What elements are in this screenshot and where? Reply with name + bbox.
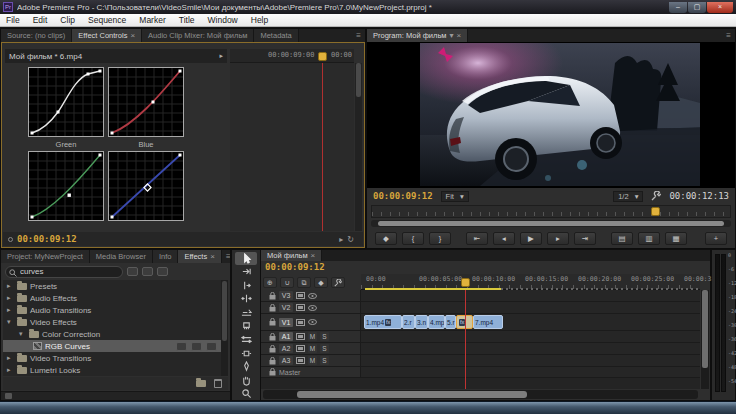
timeline-vertical-scrollbar[interactable] (701, 290, 709, 389)
track-name-a2[interactable]: A2 (279, 344, 293, 353)
dropdown-icon[interactable]: ▾ (450, 31, 454, 40)
rolling-edit-tool[interactable] (235, 293, 257, 306)
timeline-settings-wrench-icon[interactable] (331, 277, 345, 288)
solo-button[interactable]: S (320, 344, 329, 353)
twisty-icon[interactable] (7, 294, 14, 302)
track-a1-body[interactable] (361, 331, 700, 342)
tab-info[interactable]: Info (153, 250, 179, 263)
track-name-master[interactable]: Master (279, 369, 300, 376)
track-v1-body[interactable]: 1.mp4fx 2.r 3.n 4.mp 5.r fx 7.mp4 (361, 314, 700, 330)
green-curve-graph[interactable] (28, 151, 104, 221)
track-a2-body[interactable] (361, 343, 700, 354)
add-marker-icon[interactable]: ◆ (314, 277, 328, 288)
clip-5[interactable]: 5.r (445, 315, 456, 329)
extract-button[interactable]: ▥ (638, 232, 660, 245)
nest-sequence-icon[interactable]: ⊕ (263, 277, 277, 288)
sync-lock-icon[interactable] (296, 319, 305, 326)
lock-icon[interactable] (269, 333, 276, 341)
step-back-button[interactable]: ◂ (493, 232, 515, 245)
slip-tool[interactable] (235, 333, 257, 346)
tab-effects[interactable]: Effects× (178, 250, 221, 263)
program-playhead-marker[interactable] (651, 207, 660, 216)
tree-item-video-effects[interactable]: Video Effects (3, 316, 221, 328)
master-curve-graph[interactable] (28, 67, 104, 137)
add-marker-button[interactable]: ◆ (375, 232, 397, 245)
twisty-icon[interactable] (7, 318, 14, 326)
close-icon[interactable]: × (210, 252, 215, 261)
selection-tool[interactable] (235, 252, 257, 265)
mark-in-button[interactable]: { (402, 232, 424, 245)
sync-lock-icon[interactable] (296, 345, 305, 352)
zoom-tool[interactable] (235, 387, 257, 400)
close-icon[interactable]: × (130, 31, 135, 40)
clip-2[interactable]: 2.r (402, 315, 415, 329)
track-master-body[interactable] (361, 367, 700, 377)
menu-title[interactable]: Title (179, 15, 195, 25)
mark-out-button[interactable]: } (429, 232, 451, 245)
tab-sequence[interactable]: Мой фильм× (261, 250, 322, 261)
effect-keyframe-lane[interactable] (230, 63, 354, 231)
tree-item-color-correction[interactable]: Color Correction (3, 328, 221, 340)
mute-button[interactable]: M (308, 332, 317, 341)
blue-curve-graph[interactable] (108, 151, 184, 221)
step-forward-button[interactable]: ▸ (547, 232, 569, 245)
track-name-v1[interactable]: V1 (279, 318, 293, 327)
playback-loop-icons[interactable]: ▸↻ (339, 235, 358, 244)
track-a3-body[interactable] (361, 355, 700, 366)
slide-tool[interactable] (235, 347, 257, 360)
track-name-a1[interactable]: A1 (279, 332, 293, 341)
resolution-select[interactable]: 1/2▾ (613, 191, 643, 202)
tree-item-audio-effects[interactable]: Audio Effects (3, 292, 221, 304)
panel-divider[interactable] (0, 248, 736, 249)
menu-marker[interactable]: Marker (139, 15, 165, 25)
twisty-icon[interactable] (19, 330, 26, 338)
toggle-animation-icon[interactable] (8, 237, 13, 242)
effect-playhead-marker[interactable] (318, 52, 327, 61)
yuv-effects-filter-icon[interactable] (157, 267, 168, 276)
hand-tool[interactable] (235, 374, 257, 387)
menu-clip[interactable]: Clip (60, 15, 75, 25)
linked-selection-icon[interactable]: ⧉ (297, 277, 311, 288)
red-curve-graph[interactable] (108, 67, 184, 137)
track-name-v2[interactable]: V2 (279, 303, 293, 312)
go-to-out-button[interactable]: ⇥ (574, 232, 596, 245)
pen-tool[interactable] (235, 360, 257, 373)
sync-lock-icon[interactable] (296, 304, 305, 311)
effect-controls-scrollbar[interactable] (355, 63, 362, 231)
tree-item-rgb-curves[interactable]: RGB Curves (3, 340, 221, 352)
clip-7[interactable]: 7.mp4 (473, 315, 503, 329)
effects-tree-scrollbar[interactable] (221, 280, 228, 376)
minimize-button[interactable]: – (669, 2, 687, 13)
effect-controls-clip-header[interactable]: Мой фильм * 6.mp4 ▸ (5, 49, 227, 63)
fit-select[interactable]: Fit▾ (441, 191, 469, 202)
settings-wrench-icon[interactable] (651, 191, 661, 201)
tree-item-presets[interactable]: Presets (3, 280, 221, 292)
track-name-a3[interactable]: A3 (279, 356, 293, 365)
tree-item-audio-transitions[interactable]: Audio Transitions (3, 304, 221, 316)
32bit-color-filter-icon[interactable] (142, 267, 153, 276)
track-name-v3[interactable]: V3 (279, 291, 293, 300)
clip-3[interactable]: 3.n (415, 315, 428, 329)
clip-4[interactable]: 4.mp (428, 315, 445, 329)
tab-media-browser[interactable]: Media Browser (90, 250, 153, 263)
close-icon[interactable]: × (457, 31, 462, 40)
menu-help[interactable]: Help (251, 15, 268, 25)
sync-lock-icon[interactable] (296, 333, 305, 340)
search-input[interactable] (20, 267, 118, 277)
menu-edit[interactable]: Edit (33, 15, 48, 25)
lock-icon[interactable] (269, 357, 276, 365)
rate-stretch-tool[interactable] (235, 306, 257, 319)
lock-icon[interactable] (269, 318, 276, 326)
delete-icon[interactable] (214, 379, 222, 388)
sync-lock-icon[interactable] (296, 357, 305, 364)
tab-effect-controls[interactable]: Effect Controls× (72, 29, 142, 42)
track-v2-body[interactable] (361, 302, 700, 313)
panel-menu-icon[interactable]: ≡ (722, 31, 735, 40)
eye-icon[interactable] (308, 319, 317, 325)
lock-icon[interactable] (269, 345, 276, 353)
maximize-button[interactable]: ▢ (688, 2, 706, 13)
lock-icon[interactable] (269, 304, 276, 312)
lock-icon[interactable] (269, 292, 276, 300)
play-button[interactable]: ▶ (520, 232, 542, 245)
ripple-edit-tool[interactable] (235, 279, 257, 292)
